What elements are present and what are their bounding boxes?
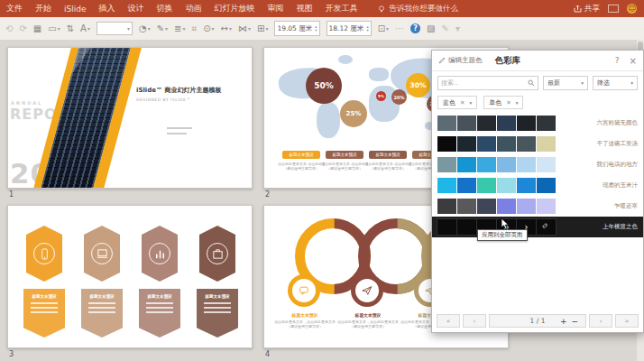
shape-outline-icon[interactable]: ✎▾	[157, 24, 168, 33]
chevron-down-icon[interactable]: ▾	[469, 100, 472, 106]
palette-row[interactable]: 现磨的玉米汁	[432, 175, 643, 196]
panel-close-button[interactable]: ×	[630, 56, 637, 66]
picture-icon[interactable]: ▨	[427, 24, 435, 33]
edit-theme-color-button[interactable]: 编辑主题色	[438, 56, 483, 65]
group-icon[interactable]: ⊙▾	[203, 24, 214, 33]
shape-fill-icon[interactable]: ◔▾	[139, 24, 151, 33]
arrange-icon[interactable]: ⋈▾	[238, 24, 251, 33]
color-swatch[interactable]	[457, 136, 476, 152]
text-line	[167, 133, 187, 134]
share-button[interactable]: 共享	[574, 4, 600, 14]
color-swatch[interactable]	[517, 157, 536, 172]
link-icon[interactable]	[537, 217, 556, 237]
zoom-in-button[interactable]: +	[560, 317, 567, 326]
color-swatch[interactable]	[477, 157, 496, 172]
palette-row[interactable]: 上午横渡之色»›	[432, 217, 643, 237]
ribbon-tab-审阅[interactable]: 审阅	[261, 0, 290, 17]
ribbon-tab-切换[interactable]: 切换	[150, 0, 179, 17]
color-swatch[interactable]	[497, 199, 516, 214]
help-icon[interactable]: ?	[410, 23, 420, 33]
slide-thumbnail-3[interactable]: 标题文本预设标题文本预设标题文本预设标题文本预设	[7, 205, 253, 348]
color-swatch[interactable]	[437, 116, 456, 131]
ribbon-tab-文件[interactable]: 文件	[0, 0, 29, 17]
ribbon-tab-动画[interactable]: 动画	[179, 0, 207, 17]
color-swatch[interactable]	[537, 157, 556, 172]
last-page-button[interactable]: »	[615, 314, 639, 328]
ribbon-tab-视图[interactable]: 视图	[290, 0, 318, 17]
table-icon[interactable]: ▦	[33, 24, 41, 33]
palette-row[interactable]: 乍暖还寒	[432, 196, 643, 217]
color-swatch[interactable]	[477, 116, 496, 131]
color-swatch[interactable]	[497, 116, 516, 131]
color-swatch[interactable]	[497, 136, 516, 152]
color-swatch[interactable]	[517, 116, 536, 131]
pencil-icon[interactable]: ✎	[442, 24, 449, 33]
color-swatch[interactable]	[457, 157, 476, 172]
feedback-smiley-icon[interactable]: ☺	[627, 4, 637, 14]
color-swatch[interactable]	[437, 178, 456, 193]
palette-row[interactable]: 六宫粉黛无颜色	[432, 113, 643, 134]
color-swatch[interactable]	[517, 178, 536, 193]
collapse-ribbon-icon[interactable]	[608, 5, 619, 13]
color-swatch[interactable]	[457, 219, 476, 235]
color-swatch[interactable]	[517, 199, 536, 214]
width-spinner[interactable]: ▴▾	[315, 25, 317, 32]
slide-thumbnail-1[interactable]: ANNUAL REPORT 2018 iSlide™ 商业幻灯片主题模板 DES…	[7, 47, 253, 189]
search-input[interactable]: 搜索..	[437, 76, 538, 90]
ribbon-tab-开始[interactable]: 开始	[29, 0, 58, 17]
filter-chip[interactable]: 单色✕▾	[483, 96, 523, 109]
rotate-icon[interactable]: ↔▾	[221, 24, 232, 33]
font-select[interactable]: ▾	[97, 22, 133, 35]
palette-row[interactable]: 我们电话的地方	[432, 154, 643, 175]
sort-icon[interactable]: ⇅	[67, 24, 74, 33]
undo-icon[interactable]: ⟲	[5, 24, 13, 33]
font-color-icon[interactable]: A▾	[80, 24, 90, 33]
tell-me-search[interactable]: 告诉我你想要做什么	[378, 4, 458, 14]
color-swatch[interactable]	[477, 178, 496, 193]
crop-icon[interactable]: ⊡▾	[378, 24, 389, 33]
color-swatch[interactable]	[517, 136, 536, 152]
ribbon-tab-幻灯片放映[interactable]: 幻灯片放映	[207, 0, 261, 17]
height-spinner[interactable]: ▴▾	[366, 25, 368, 32]
color-swatch[interactable]	[477, 136, 496, 152]
color-swatch[interactable]	[537, 178, 556, 193]
filter-dropdown[interactable]: 筛选 ▾	[593, 76, 638, 90]
color-swatch[interactable]	[497, 178, 516, 193]
zoom-out-button[interactable]: −	[571, 317, 578, 326]
ribbon-tab-iSlide[interactable]: iSlide	[58, 0, 92, 17]
palette-row[interactable]: 干了这碗工资汤	[432, 134, 643, 154]
align-icon[interactable]: ≣▾	[174, 24, 185, 33]
color-swatch[interactable]	[457, 199, 476, 214]
chevron-down-icon[interactable]: ▾	[516, 100, 519, 106]
shape-height-field[interactable]: 18.12 厘米 ▴▾	[327, 21, 372, 36]
next-page-button[interactable]: ›	[589, 314, 612, 328]
color-swatch[interactable]	[437, 199, 456, 214]
color-swatch[interactable]	[457, 178, 476, 193]
filter-chip[interactable]: 蓝色✕▾	[437, 96, 477, 109]
remove-chip-icon[interactable]: ✕	[460, 99, 465, 106]
prev-page-button[interactable]: ‹	[463, 314, 486, 328]
color-swatch[interactable]	[497, 157, 516, 172]
color-swatch[interactable]	[437, 219, 456, 235]
redo-icon[interactable]: ⟳	[19, 24, 26, 33]
more-dropdown-icon[interactable]: ▾	[455, 24, 460, 33]
dots-icon[interactable]: ⋯	[395, 24, 404, 33]
color-swatch[interactable]	[537, 116, 556, 131]
ribbon-tab-开发工具[interactable]: 开发工具	[318, 0, 363, 17]
shape-width-field[interactable]: 19.05 厘米 ▴▾	[274, 21, 319, 36]
remove-chip-icon[interactable]: ✕	[506, 99, 511, 106]
ribbon-tab-设计[interactable]: 设计	[121, 0, 150, 17]
color-swatch[interactable]	[537, 199, 556, 214]
color-swatch[interactable]	[477, 199, 496, 214]
color-swatch[interactable]	[437, 136, 456, 152]
color-swatch[interactable]	[457, 116, 476, 131]
first-page-button[interactable]: «	[437, 314, 460, 328]
layout-icon[interactable]: ▭▾	[48, 24, 60, 33]
color-swatch[interactable]	[437, 157, 456, 172]
distribute-icon[interactable]: ⌗	[192, 24, 198, 33]
sort-dropdown[interactable]: 最新 ▾	[543, 76, 588, 90]
panel-help-button[interactable]: ?	[615, 56, 620, 66]
select-icon[interactable]: ⊞▾	[257, 24, 268, 33]
color-swatch[interactable]	[537, 136, 556, 152]
ribbon-tab-插入[interactable]: 插入	[92, 0, 121, 17]
